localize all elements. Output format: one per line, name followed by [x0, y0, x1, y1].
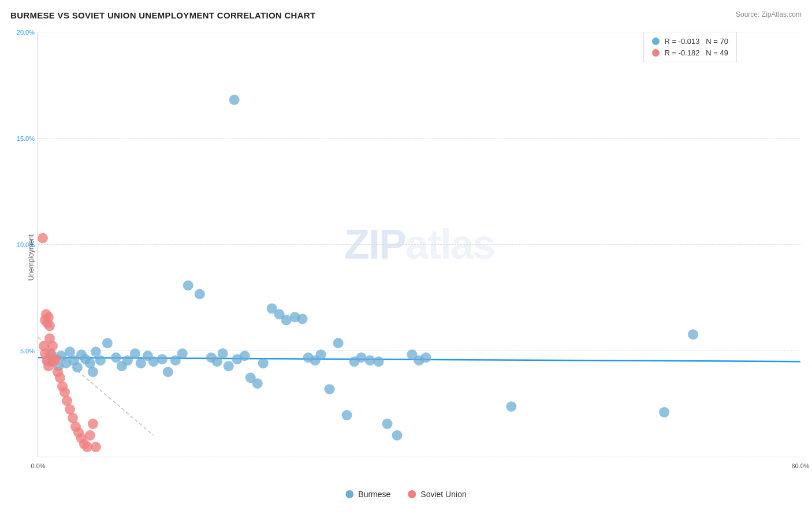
- legend-dot-burmese: [652, 38, 660, 45]
- bottom-legend-burmese: Burmese: [345, 490, 390, 499]
- bottom-legend: Burmese Soviet Union: [345, 490, 466, 499]
- svg-point-57: [392, 430, 403, 441]
- svg-point-76: [50, 354, 61, 364]
- chart-container: BURMESE VS SOVIET UNION UNEMPLOYMENT COR…: [0, 0, 812, 515]
- svg-point-61: [688, 329, 698, 339]
- svg-point-29: [229, 95, 240, 105]
- svg-point-17: [102, 338, 113, 348]
- svg-point-18: [111, 352, 121, 363]
- legend-row-burmese: R = -0.013 N = 70: [652, 37, 728, 46]
- svg-point-31: [195, 289, 205, 299]
- svg-point-30: [183, 280, 193, 290]
- svg-point-16: [95, 355, 106, 365]
- svg-point-51: [342, 410, 352, 420]
- svg-point-91: [91, 442, 101, 452]
- svg-point-48: [316, 349, 326, 360]
- source-label: Source: ZipAtlas.com: [736, 10, 802, 18]
- bottom-dot-soviet: [408, 490, 416, 498]
- svg-point-50: [333, 338, 344, 348]
- x-tick-60: 60.0%: [791, 462, 809, 469]
- svg-point-25: [157, 354, 167, 364]
- svg-point-37: [240, 350, 250, 361]
- y-tick-15: 15.0%: [17, 135, 35, 142]
- svg-point-45: [297, 314, 308, 324]
- legend-box: R = -0.013 N = 70 R = -0.182 N = 49: [643, 32, 737, 62]
- scatter-plot: [38, 32, 800, 457]
- svg-point-60: [420, 352, 431, 363]
- x-tick-0: 0.0%: [31, 462, 45, 469]
- chart-title: BURMESE VS SOVIET UNION UNEMPLOYMENT COR…: [10, 10, 315, 20]
- svg-point-64: [38, 233, 48, 244]
- svg-point-14: [88, 367, 98, 377]
- svg-point-34: [218, 348, 228, 359]
- svg-point-55: [374, 356, 384, 367]
- svg-point-35: [224, 361, 234, 371]
- bottom-legend-soviet: Soviet Union: [408, 490, 466, 499]
- y-tick-10: 10.0%: [17, 241, 35, 248]
- legend-r-soviet: R = -0.182 N = 49: [664, 48, 728, 57]
- svg-point-26: [163, 367, 173, 377]
- svg-point-21: [130, 348, 140, 359]
- svg-point-10: [72, 362, 83, 372]
- svg-point-49: [325, 384, 335, 394]
- svg-point-63: [506, 401, 516, 412]
- bottom-dot-burmese: [345, 490, 353, 498]
- svg-point-39: [252, 378, 263, 389]
- legend-dot-soviet: [652, 49, 660, 57]
- legend-r-burmese: R = -0.013 N = 70: [664, 37, 728, 46]
- y-tick-5: 5.0%: [20, 348, 35, 354]
- bottom-label-soviet: Soviet Union: [420, 490, 466, 499]
- svg-point-89: [85, 430, 95, 441]
- bottom-label-burmese: Burmese: [358, 490, 390, 499]
- chart-area: ZIPatlas 20.0% 15.0% 10.0% 5.0% 0.0% 60.…: [38, 32, 800, 457]
- svg-point-40: [258, 358, 269, 368]
- svg-point-56: [382, 419, 393, 429]
- svg-point-69: [44, 320, 55, 331]
- grid-line-0: [38, 457, 800, 457]
- y-tick-20: 20.0%: [17, 29, 35, 36]
- svg-point-28: [177, 348, 188, 359]
- svg-point-93: [47, 341, 58, 351]
- legend-row-soviet: R = -0.182 N = 49: [652, 48, 728, 57]
- svg-point-90: [88, 419, 98, 429]
- svg-point-62: [659, 407, 669, 417]
